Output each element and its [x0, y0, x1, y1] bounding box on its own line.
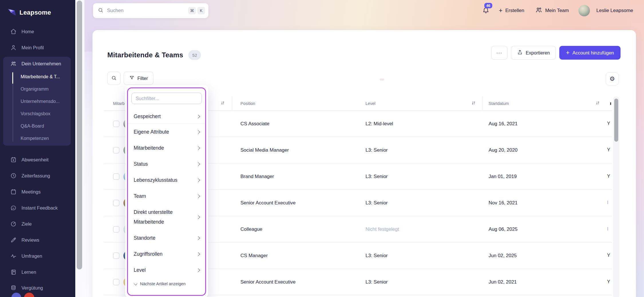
search-input[interactable] — [107, 8, 187, 13]
sidebar-item-lernen[interactable]: Lernen — [0, 265, 75, 279]
bell-icon — [482, 10, 490, 15]
cell-position: Brand Manager — [240, 174, 274, 179]
sidebar-item-mein-profil[interactable]: Mein Profil — [0, 41, 75, 54]
filter-menu-item-lebenszyklusstatus[interactable]: Lebenszyklusstatus — [128, 172, 205, 188]
row-checkbox[interactable] — [113, 121, 119, 127]
background-gradient-left — [84, 52, 93, 297]
sidebar: Leapsome Home Mein Profil Dein Unternehm… — [0, 0, 75, 297]
sidebar-scrollbar-thumb[interactable] — [77, 1, 82, 269]
create-label: Erstellen — [505, 8, 524, 13]
chevron-right-icon — [196, 194, 200, 198]
sidebar-item-label: Umfragen — [21, 253, 42, 259]
add-account-label: Account hinzufügen — [572, 50, 614, 56]
table-search-button[interactable] — [107, 72, 120, 85]
clipped-cell-fragment: Y — [607, 147, 610, 153]
sidebar-item-vorschlagsbox[interactable]: Vorschlagsbox — [3, 108, 71, 120]
column-header-position: Position — [240, 101, 255, 106]
more-actions-button[interactable]: ··· — [491, 46, 507, 60]
cell-startdatum: Jan 01, 2019 — [489, 174, 517, 179]
sidebar-item-label: Home — [21, 29, 34, 34]
gear-icon: ⚙ — [610, 75, 615, 82]
sidebar-item-verguetung[interactable]: Vergütung — [0, 281, 75, 295]
k-keycap: K — [197, 7, 205, 14]
table-scrollbar-thumb[interactable] — [614, 99, 618, 142]
page-title: Mitarbeitende & Teams — [107, 51, 183, 59]
column-header-employee: Mitarb — [113, 101, 125, 106]
team-icon — [10, 60, 17, 67]
sidebar-item-kompetenzen[interactable]: Kompetenzen — [3, 132, 71, 144]
sidebar-item-dein-unternehmen[interactable]: Dein Unternehmen — [3, 57, 71, 71]
sidebar-item-label: Mein Profil — [21, 45, 44, 50]
filter-menu-item-status[interactable]: Status — [128, 156, 205, 172]
cell-startdatum: Aug 20, 2020 — [489, 147, 517, 153]
filter-button[interactable]: Filter — [124, 72, 153, 85]
sidebar-item-organigramm[interactable]: Organigramm — [3, 83, 71, 95]
column-divider — [483, 96, 483, 111]
sidebar-item-home[interactable]: Home — [0, 25, 75, 38]
book-icon — [10, 269, 17, 275]
pencil-icon — [10, 237, 17, 243]
cell-startdatum: Aug 06, 2025 — [489, 226, 517, 232]
sidebar-item-reviews[interactable]: Reviews — [0, 233, 75, 247]
cell-position: Social Media Manager — [240, 147, 289, 153]
export-button[interactable]: Exportieren — [511, 46, 556, 60]
sort-icon[interactable]: ↓↑ — [471, 100, 475, 106]
sidebar-item-ziele[interactable]: Ziele — [0, 217, 75, 231]
menu-item-label: Level — [134, 267, 146, 273]
filter-menu-item-gespeichert[interactable]: Gespeichert — [128, 109, 205, 124]
filter-menu-item-mitarbeitende[interactable]: Mitarbeitende — [128, 140, 205, 156]
sidebar-item-label: Lernen — [21, 269, 36, 275]
row-checkbox[interactable] — [113, 173, 119, 180]
sidebar-scrollbar — [75, 0, 84, 297]
clipped-cell-fragment: Y — [607, 279, 610, 284]
global-search: ⌘ K — [93, 3, 208, 18]
sidebar-item-abwesenheit[interactable]: Abwesenheit — [0, 153, 75, 167]
sidebar-item-instant-feedback[interactable]: Instant Feedback — [0, 201, 75, 215]
filter-menu-item-level[interactable]: Level — [128, 262, 205, 278]
show-next-items-button[interactable]: Nächste Artikel anzeigen — [128, 278, 205, 290]
filter-menu-item-eigene-attribute[interactable]: Eigene Attribute — [128, 124, 205, 140]
table-toolbar: Filter — [107, 72, 153, 85]
user-menu[interactable]: Leslie Leapsome — [578, 5, 633, 16]
chevron-right-icon — [196, 115, 200, 118]
sidebar-item-qa-board[interactable]: Q&A-Board — [3, 120, 71, 132]
sort-icon[interactable]: ↓↑ — [221, 100, 224, 106]
topbar-right-cluster: 46 + Erstellen Mein Team Leslie Leapsome — [482, 3, 633, 18]
cell-position: CS Associate — [240, 121, 269, 127]
sidebar-item-mitarbeitende-teams[interactable]: Mitarbeitende & T... — [3, 71, 71, 83]
funnel-icon — [129, 75, 135, 82]
sort-icon[interactable]: ↓↑ — [596, 100, 599, 106]
filter-menu-item-team[interactable]: Team — [128, 188, 205, 204]
notifications-button[interactable]: 46 — [482, 6, 490, 15]
mein-team-button[interactable]: Mein Team — [535, 6, 569, 15]
sidebar-item-meetings[interactable]: Meetings — [0, 185, 75, 199]
filter-menu-item-zugriffsrollen[interactable]: Zugriffsrollen — [128, 246, 205, 262]
sidebar-item-umfragen[interactable]: Umfragen — [0, 249, 75, 263]
chevron-right-icon — [196, 215, 200, 219]
brand-logo[interactable]: Leapsome — [7, 7, 51, 18]
sidebar-item-zeiterfassung[interactable]: Zeiterfassung — [0, 169, 75, 183]
menu-item-label: Direkt unterstellte Mitarbeitende — [134, 207, 187, 227]
clipped-cell-fragment: Y — [607, 121, 610, 126]
sidebar-item-unternehmensdokumente[interactable]: Unternehmensdo... — [3, 95, 71, 108]
table-settings-button[interactable]: ⚙ — [606, 72, 619, 85]
row-checkbox[interactable] — [113, 253, 119, 259]
filter-label: Filter — [137, 76, 148, 81]
menu-item-label: Team — [134, 193, 146, 199]
cell-startdatum: Jun 02, 2021 — [489, 279, 517, 285]
add-account-button[interactable]: + Account hinzufügen — [559, 46, 621, 60]
filter-search-input[interactable] — [131, 93, 202, 104]
row-checkbox[interactable] — [113, 279, 119, 285]
sidebar-item-label: Abwesenheit — [21, 157, 48, 163]
clipped-cell-fragment: I — [607, 226, 610, 232]
row-checkbox[interactable] — [113, 200, 119, 206]
filter-menu-item-standorte[interactable]: Standorte — [128, 230, 205, 246]
row-checkbox[interactable] — [113, 226, 119, 232]
create-button[interactable]: + Erstellen — [499, 7, 524, 14]
cell-position: Colleague — [240, 226, 262, 232]
chevron-right-icon — [196, 130, 200, 134]
row-checkbox[interactable] — [113, 147, 119, 153]
cell-startdatum: Jun 02, 2025 — [489, 253, 517, 259]
user-avatar — [578, 5, 590, 16]
filter-menu-item-direkt-unterstellte[interactable]: Direkt unterstellte Mitarbeitende — [128, 204, 205, 230]
